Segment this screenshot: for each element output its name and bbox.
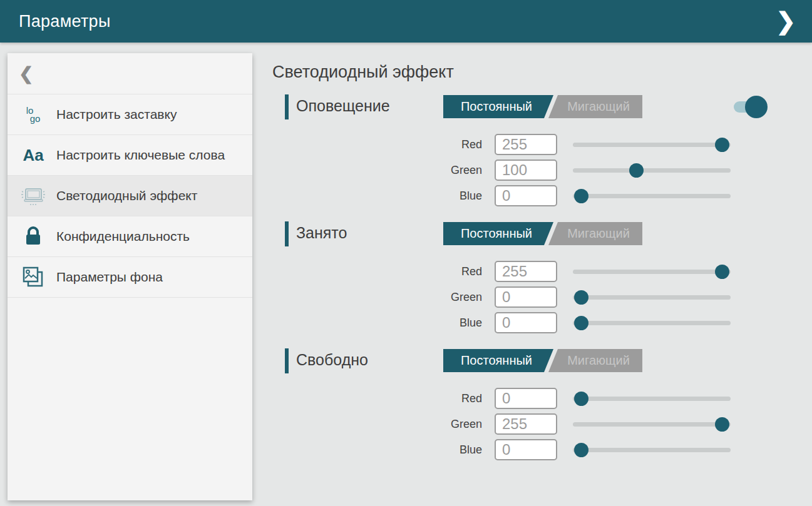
blue-row: Blue — [272, 439, 812, 460]
slider-thumb[interactable] — [574, 290, 588, 305]
keywords-icon: Aa — [19, 146, 48, 165]
sidebar-item-label: Светодиодный эффект — [56, 188, 197, 204]
slider-track — [573, 397, 731, 401]
blue-slider[interactable] — [573, 312, 731, 333]
green-slider[interactable] — [573, 159, 731, 181]
slider-thumb[interactable] — [574, 316, 588, 330]
sidebar-item-led-effect[interactable]: Светодиодный эффект — [8, 176, 252, 216]
red-value-input[interactable] — [495, 388, 557, 409]
switch-thumb — [745, 96, 768, 118]
blue-slider[interactable] — [573, 439, 731, 460]
green-slider[interactable] — [573, 413, 731, 435]
blue-label: Blue — [272, 443, 495, 457]
red-slider[interactable] — [573, 134, 731, 155]
red-label: Red — [272, 265, 495, 278]
panel-title: Светодиодный эффект — [272, 63, 812, 82]
sidebar-item-label: Настроить заставку — [56, 106, 177, 123]
green-label: Green — [272, 164, 495, 177]
slider-thumb[interactable] — [715, 265, 729, 279]
forward-chevron-icon[interactable]: ❯ — [776, 0, 812, 43]
green-slider[interactable] — [573, 286, 731, 308]
blue-slider[interactable] — [573, 185, 731, 206]
section-label: Оповещение — [296, 97, 390, 115]
section-label: Свободно — [296, 351, 368, 369]
mode-constant-button[interactable]: Постоянный — [443, 222, 553, 245]
sidebar-item-label: Параметры фона — [56, 269, 163, 285]
section-label: Занято — [296, 224, 347, 242]
green-value-input[interactable] — [495, 286, 557, 308]
sidebar-item-privacy[interactable]: Конфиденциальность — [8, 216, 252, 257]
green-row: Green — [272, 286, 812, 308]
red-row: Red — [272, 261, 812, 282]
logo-icon: logo — [19, 106, 48, 123]
section-alert: Оповещение Постоянный Мигающий Red Green — [272, 94, 812, 206]
blue-row: Blue — [272, 185, 812, 206]
sidebar-item-label: Настроить ключевые слова — [56, 147, 225, 163]
red-label: Red — [272, 392, 495, 405]
slider-track — [573, 295, 731, 300]
blue-value-input[interactable] — [495, 312, 557, 333]
red-value-input[interactable] — [495, 134, 557, 155]
red-row: Red — [272, 388, 812, 409]
red-row: Red — [272, 134, 812, 155]
mode-blinking-button[interactable]: Мигающий — [548, 222, 642, 245]
mode-toggle: Постоянный Мигающий — [443, 349, 642, 372]
sidebar-item-label: Конфиденциальность — [56, 228, 190, 245]
alert-enabled-switch[interactable] — [734, 96, 768, 118]
slider-thumb[interactable] — [574, 189, 588, 203]
slider-track — [573, 270, 731, 274]
red-slider[interactable] — [573, 388, 731, 409]
mode-constant-button[interactable]: Постоянный — [443, 95, 553, 118]
slider-thumb[interactable] — [629, 163, 644, 178]
red-label: Red — [272, 138, 495, 151]
section-accent-bar — [285, 348, 289, 373]
blue-label: Blue — [272, 316, 495, 330]
green-label: Green — [272, 418, 495, 431]
section-accent-bar — [285, 94, 289, 119]
slider-track — [573, 194, 731, 198]
green-value-input[interactable] — [495, 159, 557, 181]
page-title: Параметры — [0, 12, 111, 31]
back-chevron-icon: ❮ — [19, 63, 33, 84]
slider-thumb[interactable] — [715, 138, 729, 152]
led-effect-panel: Светодиодный эффект Оповещение Постоянны… — [272, 43, 812, 506]
slider-thumb[interactable] — [715, 417, 729, 432]
blue-label: Blue — [272, 190, 495, 203]
slider-thumb[interactable] — [574, 392, 588, 406]
app-header: Параметры ❯ — [0, 0, 812, 43]
mode-toggle: Постоянный Мигающий — [443, 222, 642, 245]
mode-blinking-button[interactable]: Мигающий — [548, 349, 642, 372]
sidebar-item-background[interactable]: Параметры фона — [8, 257, 252, 298]
green-row: Green — [272, 413, 812, 435]
sidebar-item-keywords[interactable]: Aa Настроить ключевые слова — [8, 135, 252, 176]
sidebar-item-splash-screen[interactable]: logo Настроить заставку — [8, 94, 252, 135]
section-free: Свободно Постоянный Мигающий Red Green B… — [272, 348, 812, 460]
slider-track — [573, 321, 731, 325]
led-screen-icon — [19, 185, 48, 207]
red-value-input[interactable] — [495, 261, 557, 282]
slider-track — [573, 448, 731, 452]
images-icon — [19, 266, 48, 288]
green-label: Green — [272, 291, 495, 304]
lock-icon — [19, 226, 48, 247]
mode-constant-button[interactable]: Постоянный — [443, 349, 553, 372]
green-value-input[interactable] — [495, 413, 557, 435]
sidebar-back-button[interactable]: ❮ — [8, 53, 252, 94]
settings-sidebar: ❮ logo Настроить заставку Aa Настроить к… — [8, 53, 252, 500]
mode-toggle: Постоянный Мигающий — [443, 95, 642, 118]
slider-track — [573, 422, 731, 427]
slider-track — [573, 168, 731, 173]
section-accent-bar — [285, 221, 289, 246]
green-row: Green — [272, 159, 812, 181]
slider-thumb[interactable] — [574, 443, 588, 457]
blue-value-input[interactable] — [495, 185, 557, 206]
mode-blinking-button[interactable]: Мигающий — [548, 95, 642, 118]
red-slider[interactable] — [573, 261, 731, 282]
slider-track — [573, 143, 731, 147]
blue-row: Blue — [272, 312, 812, 333]
section-busy: Занято Постоянный Мигающий Red Green Blu… — [272, 221, 812, 333]
blue-value-input[interactable] — [495, 439, 557, 460]
